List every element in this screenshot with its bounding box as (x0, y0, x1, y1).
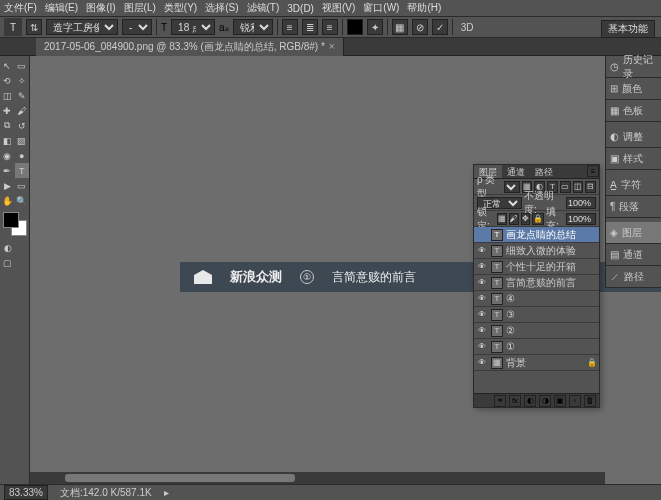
lock-all-icon[interactable]: 🔒 (532, 213, 544, 225)
color-swatch[interactable] (3, 212, 27, 236)
zoom-level[interactable]: 83.33% (4, 485, 48, 500)
lasso-tool[interactable]: ⟲ (0, 73, 15, 88)
gradient-tool[interactable]: ▨ (15, 133, 30, 148)
adjustment-icon[interactable]: ◑ (539, 395, 551, 407)
character-panel-icon[interactable]: ▦ (392, 19, 408, 35)
commit-icon[interactable]: ✓ (432, 19, 448, 35)
quick-mask-icon[interactable]: ◐ (0, 240, 15, 255)
visibility-icon[interactable]: 👁 (476, 342, 488, 351)
filter-smart-icon[interactable]: ◫ (573, 181, 584, 193)
visibility-icon[interactable]: 👁 (476, 246, 488, 255)
dock-styles[interactable]: ▣样式 (606, 148, 661, 170)
group-icon[interactable]: ▣ (554, 395, 566, 407)
eraser-tool[interactable]: ◧ (0, 133, 15, 148)
mask-icon[interactable]: ◐ (524, 395, 536, 407)
fx-icon[interactable]: fx (509, 395, 521, 407)
dock-adjust[interactable]: ◐调整 (606, 126, 661, 148)
history-brush-tool[interactable]: ↺ (15, 118, 30, 133)
lock-paint-icon[interactable]: 🖌 (509, 213, 519, 225)
menu-view[interactable]: 视图(V) (322, 1, 355, 15)
dock-history[interactable]: ◷历史记录 (606, 56, 661, 78)
tab-paths[interactable]: 路径 (530, 165, 558, 178)
layer-row[interactable]: 👁T② (474, 323, 599, 339)
3d-button[interactable]: 3D (457, 22, 478, 33)
dock-char[interactable]: A̲字符 (606, 174, 661, 196)
eyedropper-tool[interactable]: ✎ (15, 88, 30, 103)
type-tool[interactable]: T (15, 163, 30, 178)
workspace-switcher[interactable]: 基本功能 (601, 20, 655, 38)
menu-layer[interactable]: 图层(L) (124, 1, 156, 15)
layer-row[interactable]: 👁T④ (474, 291, 599, 307)
cancel-icon[interactable]: ⊘ (412, 19, 428, 35)
warp-text-icon[interactable]: ✦ (367, 19, 383, 35)
menu-help[interactable]: 帮助(H) (407, 1, 441, 15)
menu-file[interactable]: 文件(F) (4, 1, 37, 15)
dodge-tool[interactable]: ● (15, 148, 30, 163)
pen-tool[interactable]: ✒ (0, 163, 15, 178)
layer-row[interactable]: 👁T细致入微的体验 (474, 243, 599, 259)
dock-layers[interactable]: ◈图层 (606, 222, 661, 244)
status-arrow-icon[interactable]: ▸ (164, 487, 169, 498)
menu-3d[interactable]: 3D(D) (287, 3, 314, 14)
menu-type[interactable]: 类型(Y) (164, 1, 197, 15)
filter-toggle[interactable]: ⊟ (585, 181, 596, 193)
layer-row[interactable]: 👁T① (474, 339, 599, 355)
panel-menu-icon[interactable]: ≡ (587, 165, 599, 177)
align-center-icon[interactable]: ≣ (302, 19, 318, 35)
move-tool[interactable]: ↖ (0, 58, 15, 73)
dock-paths[interactable]: ⟋路径 (606, 266, 661, 288)
shape-tool[interactable]: ▭ (15, 178, 30, 193)
font-size-select[interactable]: 18 点 (171, 19, 215, 35)
hand-tool[interactable]: ✋ (0, 193, 15, 208)
layer-row[interactable]: 👁T③ (474, 307, 599, 323)
visibility-icon[interactable]: 👁 (476, 326, 488, 335)
crop-tool[interactable]: ◫ (0, 88, 15, 103)
visibility-icon[interactable]: 👁 (476, 358, 488, 367)
align-left-icon[interactable]: ≡ (282, 19, 298, 35)
layer-row[interactable]: 👁T言简意赅的前言 (474, 275, 599, 291)
layer-row[interactable]: 👁T个性十足的开箱 (474, 259, 599, 275)
scroll-thumb[interactable] (65, 474, 295, 482)
visibility-icon[interactable]: 👁 (476, 294, 488, 303)
heal-tool[interactable]: ✚ (0, 103, 15, 118)
blur-tool[interactable]: ◉ (0, 148, 15, 163)
dock-para[interactable]: ¶段落 (606, 196, 661, 218)
menu-select[interactable]: 选择(S) (205, 1, 238, 15)
visibility-icon[interactable]: 👁 (476, 262, 488, 271)
layer-row[interactable]: T画龙点睛的总结 (474, 227, 599, 243)
marquee-tool[interactable]: ▭ (15, 58, 30, 73)
close-icon[interactable]: × (329, 41, 335, 52)
zoom-tool[interactable]: 🔍 (15, 193, 30, 208)
active-tool-icon[interactable]: T (4, 18, 22, 36)
filter-kind-select[interactable] (504, 181, 520, 193)
wand-tool[interactable]: ✧ (15, 73, 30, 88)
opacity-input[interactable] (566, 197, 596, 209)
dock-swatches[interactable]: ▦色板 (606, 100, 661, 122)
stamp-tool[interactable]: ⧉ (0, 118, 15, 133)
brush-tool[interactable]: 🖌 (15, 103, 30, 118)
text-color-swatch[interactable] (347, 19, 363, 35)
trash-icon[interactable]: 🗑 (584, 395, 596, 407)
font-weight-select[interactable]: - (122, 19, 152, 35)
tab-channels[interactable]: 通道 (502, 165, 530, 178)
foreground-color[interactable] (3, 212, 19, 228)
document-tab[interactable]: 2017-05-06_084900.png @ 83.3% (画龙点睛的总结, … (36, 38, 344, 56)
orientation-toggle[interactable]: ⇅ (26, 19, 42, 35)
lock-pos-icon[interactable]: ✥ (521, 213, 531, 225)
menu-edit[interactable]: 编辑(E) (45, 1, 78, 15)
anti-alias-select[interactable]: 锐利 (233, 19, 273, 35)
menu-filter[interactable]: 滤镜(T) (247, 1, 280, 15)
visibility-icon[interactable]: 👁 (476, 310, 488, 319)
layer-row[interactable]: 👁▦背景🔒 (474, 355, 599, 371)
horizontal-scrollbar[interactable] (30, 472, 605, 484)
visibility-icon[interactable]: 👁 (476, 278, 488, 287)
lock-trans-icon[interactable]: ▦ (497, 213, 507, 225)
menu-image[interactable]: 图像(I) (86, 1, 115, 15)
menu-window[interactable]: 窗口(W) (363, 1, 399, 15)
path-select-tool[interactable]: ▶ (0, 178, 15, 193)
new-layer-icon[interactable]: ▫ (569, 395, 581, 407)
link-layers-icon[interactable]: ⚭ (494, 395, 506, 407)
fill-input[interactable] (566, 213, 596, 225)
align-right-icon[interactable]: ≡ (322, 19, 338, 35)
dock-color[interactable]: ⊞颜色 (606, 78, 661, 100)
